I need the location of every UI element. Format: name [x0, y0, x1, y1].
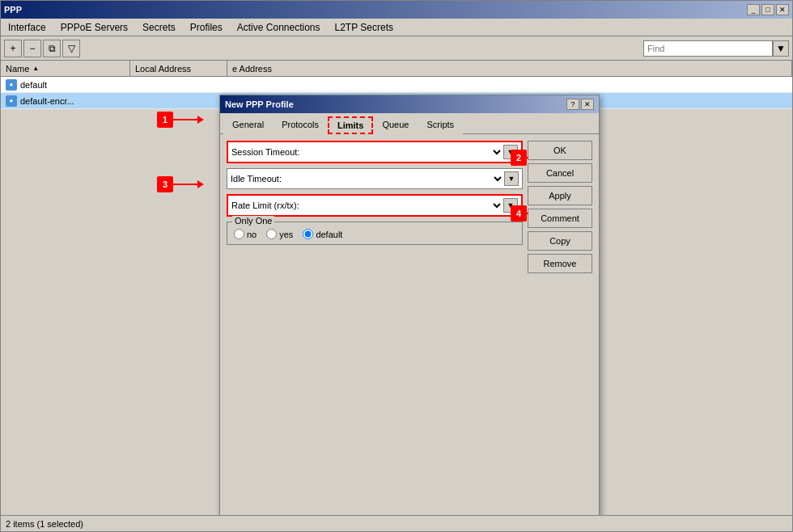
filter-button[interactable]: ▽: [62, 40, 80, 57]
radio-group: no yes default: [234, 229, 515, 239]
row-icon: ●: [6, 79, 17, 91]
dialog-tab-scripts[interactable]: Scripts: [418, 116, 463, 134]
tab-interface[interactable]: Interface: [1, 19, 53, 36]
table-row[interactable]: ● default: [1, 77, 792, 93]
only-one-group: Only One no yes: [227, 222, 523, 245]
dialog-content: Session Timeout: ▼ Idle Timeout: ▼ Rate …: [220, 134, 599, 515]
idle-timeout-label: Idle Timeout:: [231, 174, 336, 184]
cancel-button[interactable]: Cancel: [528, 163, 592, 183]
status-bar: 2 items (1 selected): [1, 515, 792, 531]
radio-default-input[interactable]: [303, 229, 313, 239]
dialog-title: New PPP Profile: [225, 99, 294, 109]
remove-button[interactable]: −: [23, 40, 41, 57]
radio-yes-input[interactable]: [266, 229, 277, 239]
session-timeout-select[interactable]: [337, 144, 503, 160]
annotation-3: 3: [157, 180, 204, 188]
title-bar: PPP _ □ ✕: [1, 1, 792, 19]
tab-l2tp-secrets[interactable]: L2TP Secrets: [328, 19, 401, 36]
remove-dialog-button[interactable]: Remove: [528, 254, 592, 273]
dialog-main: Session Timeout: ▼ Idle Timeout: ▼ Rate …: [227, 141, 523, 515]
tab-profiles[interactable]: Profiles: [183, 19, 230, 36]
column-local-address: Local Address: [130, 61, 227, 76]
find-dropdown-button[interactable]: ▼: [773, 40, 789, 57]
idle-timeout-select[interactable]: [336, 171, 504, 187]
dialog-title-buttons: ? ✕: [566, 99, 594, 110]
dialog-sidebar: OK Cancel Apply Comment Copy Remove: [528, 141, 592, 515]
cell-local-default-encr: [130, 99, 227, 103]
idle-timeout-row: Idle Timeout: ▼: [227, 168, 523, 189]
column-name: Name ▲: [1, 61, 130, 76]
comment-button[interactable]: Comment: [528, 209, 592, 228]
title-bar-buttons: _ □ ✕: [747, 4, 789, 15]
dialog: New PPP Profile ? ✕ General Protocols Li…: [219, 95, 600, 515]
row-icon-2: ●: [6, 95, 17, 107]
minimize-button[interactable]: _: [747, 4, 760, 15]
radio-no[interactable]: no: [234, 229, 257, 239]
menu-bar: Interface PPPoE Servers Secrets Profiles…: [1, 19, 792, 36]
rate-limit-row: Rate Limit (rx/tx): ▼: [227, 194, 523, 217]
status-text: 2 items (1 selected): [6, 519, 83, 529]
dialog-tab-limits[interactable]: Limits: [328, 116, 373, 134]
session-timeout-arrow[interactable]: ▼: [503, 145, 518, 159]
badge-3: 3: [157, 176, 173, 192]
find-input[interactable]: [643, 40, 773, 57]
rate-limit-select[interactable]: [337, 197, 503, 213]
add-button[interactable]: +: [4, 40, 22, 57]
tab-secrets[interactable]: Secrets: [135, 19, 183, 36]
dialog-tab-queue[interactable]: Queue: [373, 116, 418, 134]
radio-yes[interactable]: yes: [266, 229, 293, 239]
column-remote-address: e Address: [227, 61, 792, 76]
rate-limit-label: Rate Limit (rx/tx):: [231, 201, 337, 210]
tab-pppoe-servers[interactable]: PPPoE Servers: [53, 19, 135, 36]
dialog-title-bar: New PPP Profile ? ✕: [220, 95, 599, 113]
copy-dialog-button[interactable]: Copy: [528, 231, 592, 251]
apply-button[interactable]: Apply: [528, 186, 592, 205]
session-timeout-row: Session Timeout: ▼: [227, 141, 523, 163]
session-timeout-label: Session Timeout:: [231, 147, 337, 157]
dialog-help-button[interactable]: ?: [566, 99, 579, 110]
badge-1: 1: [157, 112, 173, 128]
radio-no-input[interactable]: [234, 229, 244, 239]
rate-limit-arrow[interactable]: ▼: [503, 198, 518, 213]
main-window: PPP _ □ ✕ Interface PPPoE Servers Secret…: [0, 0, 793, 532]
cell-local-default: [130, 83, 227, 87]
copy-button[interactable]: ⧉: [43, 40, 61, 57]
cell-remote-default: [227, 83, 792, 87]
close-button[interactable]: ✕: [776, 4, 789, 15]
cell-name-default-encr: ● default-encr...: [1, 94, 130, 108]
ok-button[interactable]: OK: [528, 141, 592, 160]
toolbar: + − ⧉ ▽ ▼: [1, 36, 792, 61]
tab-active-connections[interactable]: Active Connections: [230, 19, 328, 36]
dialog-tabs: General Protocols Limits Queue Scripts: [220, 116, 599, 134]
dialog-close-button[interactable]: ✕: [581, 99, 594, 110]
table-header: Name ▲ Local Address e Address: [1, 61, 792, 77]
maximize-button[interactable]: □: [761, 4, 774, 15]
dialog-tab-protocols[interactable]: Protocols: [273, 116, 328, 134]
window-title: PPP: [4, 5, 22, 15]
annotation-1: 1: [157, 116, 204, 124]
dialog-spacer: [227, 250, 523, 515]
sort-arrow-name: ▲: [32, 65, 39, 72]
only-one-title: Only One: [232, 216, 274, 226]
content-area: Name ▲ Local Address e Address ● default: [1, 61, 792, 515]
cell-name-default: ● default: [1, 78, 130, 92]
dialog-tab-general[interactable]: General: [223, 116, 273, 134]
idle-timeout-arrow[interactable]: ▼: [504, 171, 519, 186]
radio-default[interactable]: default: [303, 229, 342, 239]
